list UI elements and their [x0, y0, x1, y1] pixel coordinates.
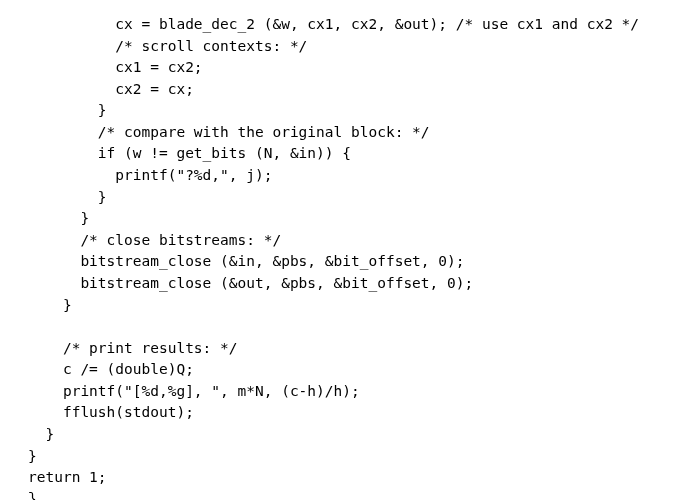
closing-brace: } — [28, 491, 37, 500]
code-block: cx = blade_dec_2 (&w, cx1, cx2, &out); /… — [0, 0, 699, 500]
code-content: cx = blade_dec_2 (&w, cx1, cx2, &out); /… — [28, 16, 639, 485]
